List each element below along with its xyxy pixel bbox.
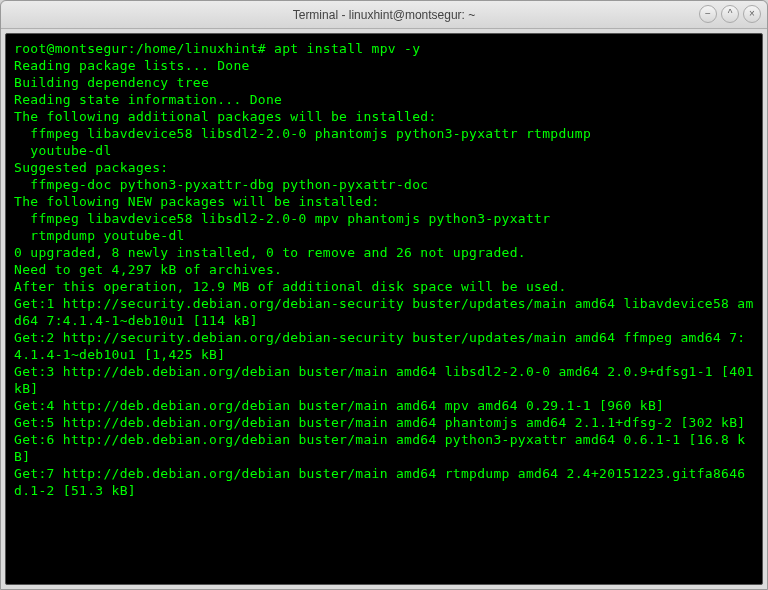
minimize-icon: −	[705, 9, 711, 19]
command-text: apt install mpv -y	[274, 41, 420, 56]
prompt: root@montsegur:/home/linuxhint#	[14, 41, 266, 56]
window-title: Terminal - linuxhint@montsegur: ~	[293, 8, 476, 22]
minimize-button[interactable]: −	[699, 5, 717, 23]
maximize-button[interactable]: ^	[721, 5, 739, 23]
close-icon: ×	[749, 9, 755, 19]
close-button[interactable]: ×	[743, 5, 761, 23]
titlebar[interactable]: Terminal - linuxhint@montsegur: ~ − ^ ×	[1, 1, 767, 29]
terminal-output: root@montsegur:/home/linuxhint# apt inst…	[14, 40, 754, 499]
window-controls: − ^ ×	[699, 5, 761, 23]
output-lines: Reading package lists... Done Building d…	[14, 58, 762, 498]
terminal-window: Terminal - linuxhint@montsegur: ~ − ^ × …	[0, 0, 768, 590]
terminal-area[interactable]: root@montsegur:/home/linuxhint# apt inst…	[5, 33, 763, 585]
maximize-icon: ^	[728, 9, 733, 19]
